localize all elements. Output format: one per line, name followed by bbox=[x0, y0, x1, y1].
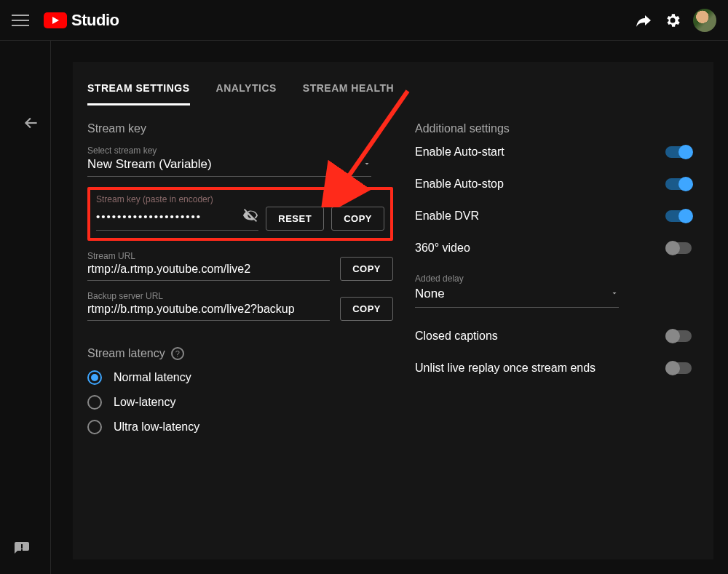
tab-analytics[interactable]: ANALYTICS bbox=[216, 78, 277, 105]
latency-title: Stream latency bbox=[87, 347, 165, 360]
auto-stop-label: Enable Auto-stop bbox=[415, 178, 504, 191]
radio-icon bbox=[87, 395, 102, 410]
added-delay-value: None bbox=[415, 287, 445, 301]
stream-key-value: •••••••••••••••••••• bbox=[96, 210, 202, 223]
additional-title: Additional settings bbox=[415, 122, 692, 135]
radio-icon bbox=[87, 370, 102, 385]
stream-url-label: Stream URL bbox=[87, 251, 330, 261]
stream-key-select[interactable]: New Stream (Variable) bbox=[87, 156, 371, 177]
stream-key-column: Stream key Select stream key New Stream … bbox=[87, 122, 393, 434]
captions-toggle[interactable] bbox=[665, 330, 692, 342]
stream-key-highlight: Stream key (paste in encoder) ••••••••••… bbox=[87, 187, 393, 241]
added-delay-select[interactable]: None bbox=[415, 284, 619, 308]
back-arrow-icon[interactable] bbox=[22, 113, 41, 135]
chevron-down-icon bbox=[363, 157, 371, 172]
unlist-toggle[interactable] bbox=[665, 362, 692, 374]
latency-low-label: Low-latency bbox=[114, 396, 175, 409]
v360-toggle[interactable] bbox=[665, 242, 692, 254]
gear-icon[interactable] bbox=[658, 6, 687, 35]
tab-stream-settings[interactable]: STREAM SETTINGS bbox=[87, 78, 190, 105]
latency-title-row: Stream latency ? bbox=[87, 347, 393, 360]
help-icon[interactable]: ? bbox=[171, 347, 184, 360]
latency-normal-label: Normal latency bbox=[114, 371, 191, 384]
copy-backup-button[interactable]: COPY bbox=[340, 297, 393, 321]
select-stream-key-label: Select stream key bbox=[87, 146, 393, 156]
dvr-toggle[interactable] bbox=[665, 210, 692, 222]
v360-label: 360° video bbox=[415, 242, 470, 255]
dvr-label: Enable DVR bbox=[415, 210, 479, 223]
stream-key-label: Stream key (paste in encoder) bbox=[96, 194, 258, 204]
content-panel: STREAM SETTINGS ANALYTICS STREAM HEALTH … bbox=[73, 62, 713, 559]
menu-icon[interactable] bbox=[12, 12, 29, 29]
additional-settings-column: Additional settings Enable Auto-start En… bbox=[415, 122, 699, 434]
latency-normal[interactable]: Normal latency bbox=[87, 370, 393, 385]
avatar[interactable] bbox=[693, 9, 716, 32]
backup-url-label: Backup server URL bbox=[87, 291, 330, 301]
added-delay-label: Added delay bbox=[415, 274, 692, 284]
latency-low[interactable]: Low-latency bbox=[87, 395, 393, 410]
share-icon[interactable] bbox=[629, 6, 658, 35]
feedback-icon[interactable] bbox=[13, 541, 31, 561]
visibility-off-icon[interactable] bbox=[242, 207, 258, 226]
topbar: Studio bbox=[0, 0, 728, 41]
radio-icon bbox=[87, 420, 102, 434]
backup-url-value: rtmp://b.rtmp.youtube.com/live2?backup bbox=[87, 301, 330, 321]
youtube-logo-icon[interactable] bbox=[44, 12, 67, 28]
auto-stop-toggle[interactable] bbox=[665, 178, 692, 190]
latency-ultra[interactable]: Ultra low-latency bbox=[87, 420, 393, 434]
chevron-down-icon bbox=[610, 287, 619, 301]
stream-url-value: rtmp://a.rtmp.youtube.com/live2 bbox=[87, 261, 330, 281]
auto-start-toggle[interactable] bbox=[665, 146, 692, 158]
brand-text: Studio bbox=[71, 11, 119, 30]
auto-start-label: Enable Auto-start bbox=[415, 146, 505, 159]
copy-url-button[interactable]: COPY bbox=[340, 257, 393, 281]
tab-bar: STREAM SETTINGS ANALYTICS STREAM HEALTH bbox=[87, 62, 699, 106]
latency-ultra-label: Ultra low-latency bbox=[114, 420, 199, 434]
tab-stream-health[interactable]: STREAM HEALTH bbox=[303, 78, 394, 105]
reset-button[interactable]: RESET bbox=[266, 207, 324, 231]
captions-label: Closed captions bbox=[415, 330, 498, 343]
stream-key-title: Stream key bbox=[87, 122, 393, 135]
left-rail bbox=[0, 41, 51, 574]
copy-key-button[interactable]: COPY bbox=[331, 207, 384, 231]
unlist-label: Unlist live replay once stream ends bbox=[415, 362, 596, 375]
stream-key-select-value: New Stream (Variable) bbox=[87, 157, 212, 172]
